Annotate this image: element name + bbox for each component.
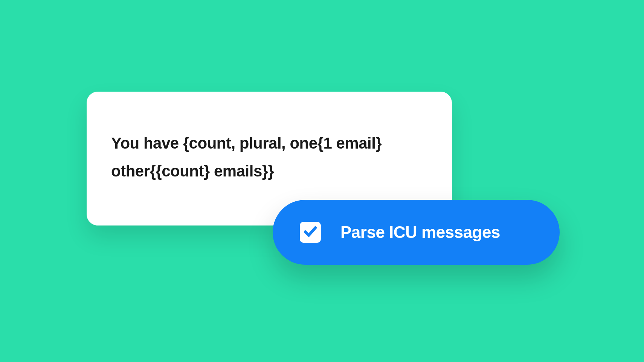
checkmark-icon [303, 224, 318, 241]
icu-message-text: You have {count, plural, one{1 email} ot… [111, 129, 427, 185]
parse-icu-label: Parse ICU messages [340, 223, 500, 242]
parse-icu-checkbox[interactable] [300, 222, 321, 243]
parse-icu-option[interactable]: Parse ICU messages [273, 200, 560, 265]
